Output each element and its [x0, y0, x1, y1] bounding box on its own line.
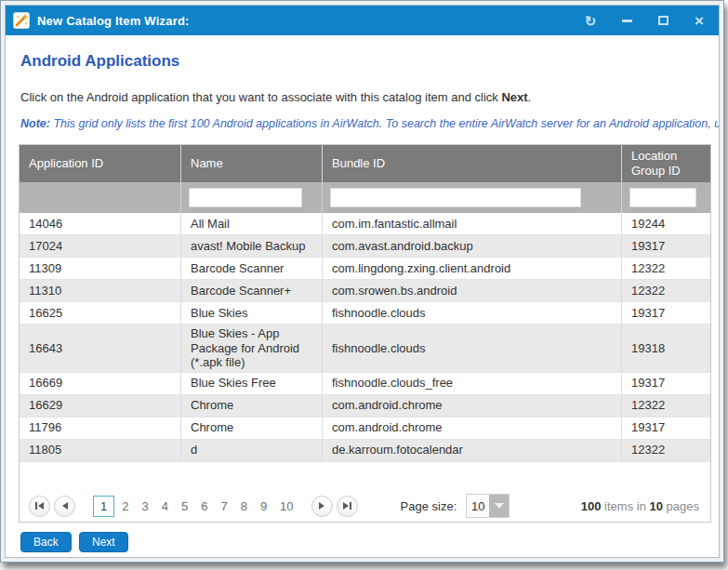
refresh-button[interactable]: ↻ [582, 12, 599, 29]
next-button[interactable]: Next [79, 532, 128, 552]
table-cell-application-id: 14046 [20, 213, 181, 234]
table-row[interactable]: 11310Barcode Scanner+com.srowen.bs.andro… [20, 280, 710, 302]
filter-input-name[interactable] [189, 188, 302, 207]
pager-prev-button[interactable] [54, 496, 75, 517]
pager-next-button[interactable] [311, 496, 333, 517]
wizard-window: New Catalog Item Wizard: ↻ × Android App… [0, 0, 724, 563]
column-header-name[interactable]: Name [181, 145, 323, 182]
table-cell-location-group-id: 19317 [622, 302, 708, 324]
filter-cell-name [181, 182, 323, 213]
table-cell-bundle-id: fishnoodle.clouds [323, 325, 622, 372]
back-button[interactable]: Back [20, 532, 72, 552]
titlebar-controls: ↻ × [582, 12, 708, 29]
table-cell-name: Chrome [181, 395, 323, 417]
table-cell-application-id: 11309 [20, 258, 181, 279]
items-count: 100 [581, 499, 602, 513]
close-button[interactable]: × [691, 12, 708, 29]
screen: New Catalog Item Wizard: ↻ × Android App… [0, 0, 728, 570]
table-cell-bundle-id: com.android.chrome [323, 395, 622, 417]
minimize-button[interactable] [618, 12, 635, 29]
table-cell-name: d [181, 440, 323, 461]
grid-body: 14046All Mailcom.im.fantastic.allmail192… [20, 213, 710, 462]
table-row[interactable]: 16625Blue Skiesfishnoodle.clouds19317 [20, 302, 710, 325]
table-cell-application-id: 11796 [20, 418, 181, 439]
note-label: Note: [20, 117, 50, 130]
filter-input-location-group-id[interactable] [629, 188, 696, 207]
refresh-icon: ↻ [585, 14, 597, 28]
table-cell-bundle-id: com.im.fantastic.allmail [323, 213, 622, 234]
table-cell-bundle-id: fishnoodle.clouds_free [323, 373, 622, 394]
pager-page-3[interactable]: 3 [136, 497, 153, 516]
table-cell-name: All Mail [181, 213, 323, 234]
maximize-icon [658, 16, 668, 25]
table-cell-bundle-id: com.avast.android.backup [323, 235, 622, 257]
pager-page-numbers: 12345678910 [92, 496, 300, 517]
filter-input-bundle-id[interactable] [330, 188, 581, 207]
filter-cell-location-group-id [622, 182, 708, 213]
table-row[interactable]: 11796Chromecom.android.chrome19317 [20, 418, 710, 440]
table-cell-location-group-id: 19244 [622, 213, 708, 234]
table-cell-name: avast! Mobile Backup [181, 235, 323, 257]
instruction-text: Click on the Android application that yo… [20, 90, 531, 104]
grid-header-row: Application IDNameBundle IDLocation Grou… [20, 145, 710, 182]
page-size-dropdown-button[interactable] [489, 495, 509, 517]
pager-page-2[interactable]: 2 [116, 497, 134, 516]
next-page-icon [319, 502, 324, 510]
table-cell-location-group-id: 12322 [622, 258, 708, 279]
first-page-icon [35, 502, 37, 510]
chevron-down-icon [495, 503, 504, 509]
table-row[interactable]: 16629Chromecom.android.chrome12322 [20, 395, 710, 418]
table-cell-bundle-id: com.srowen.bs.android [323, 280, 622, 301]
applications-grid: Application IDNameBundle IDLocation Grou… [19, 144, 711, 523]
page-size-dropdown[interactable]: 10 [466, 494, 510, 518]
table-cell-name: Barcode Scanner+ [181, 280, 323, 301]
pager-first-button[interactable] [29, 496, 50, 517]
table-cell-application-id: 16643 [20, 325, 181, 372]
table-cell-application-id: 11805 [20, 440, 181, 461]
instruction-next-bold: Next [501, 90, 527, 104]
items-summary: 100 items in 10 pages [581, 499, 701, 513]
last-page-icon [350, 502, 351, 510]
pager-page-9[interactable]: 9 [255, 497, 272, 516]
table-cell-name: Blue Skies - App Package for Android (*.… [181, 325, 323, 372]
pager-last-button[interactable] [337, 496, 358, 517]
pager-page-6[interactable]: 6 [195, 497, 213, 516]
column-header-bundle-id[interactable]: Bundle ID [323, 145, 622, 182]
note-body: This grid only lists the first 100 Andro… [50, 117, 719, 130]
pager-page-7[interactable]: 7 [215, 497, 232, 516]
column-header-application-id[interactable]: Application ID [20, 145, 181, 182]
table-row[interactable]: 11309Barcode Scannercom.lingdong.zxing.c… [20, 258, 710, 280]
table-cell-location-group-id: 19317 [622, 418, 708, 439]
wizard-app-icon [13, 12, 30, 29]
column-header-location-group-id[interactable]: Location Group ID [622, 145, 708, 182]
table-row[interactable]: 11805dde.karroum.fotocalendar12322 [20, 440, 710, 462]
table-cell-location-group-id: 12322 [622, 280, 708, 301]
table-cell-bundle-id: com.lingdong.zxing.client.android [323, 258, 622, 279]
window-inner: New Catalog Item Wizard: ↻ × Android App… [5, 5, 720, 558]
table-cell-location-group-id: 12322 [622, 440, 708, 461]
instruction-prefix: Click on the Android application that yo… [20, 90, 501, 104]
table-row[interactable]: 16669Blue Skies Freefishnoodle.clouds_fr… [20, 373, 710, 395]
maximize-button[interactable] [655, 12, 671, 29]
table-cell-name: Chrome [181, 418, 323, 439]
table-cell-location-group-id: 19317 [622, 373, 708, 394]
table-row[interactable]: 14046All Mailcom.im.fantastic.allmail192… [20, 213, 710, 235]
pager-page-8[interactable]: 8 [235, 497, 253, 516]
pages-count: 10 [649, 499, 662, 513]
table-cell-location-group-id: 19317 [622, 235, 708, 257]
note-text: Note: This grid only lists the first 100… [20, 117, 719, 130]
pager-page-5[interactable]: 5 [176, 497, 193, 516]
pager-page-10[interactable]: 10 [274, 497, 298, 516]
grid-pager: 12345678910 Page size: 10 100 items in 1… [20, 490, 710, 522]
prev-page-icon [62, 502, 68, 510]
table-cell-application-id: 17024 [20, 235, 181, 257]
pager-page-1[interactable]: 1 [93, 496, 114, 517]
table-cell-application-id: 11310 [20, 280, 181, 301]
table-row[interactable]: 16643Blue Skies - App Package for Androi… [20, 325, 710, 373]
table-cell-application-id: 16629 [20, 395, 181, 417]
page-title: Android Applications [20, 52, 179, 71]
pager-page-4[interactable]: 4 [156, 497, 174, 516]
table-cell-application-id: 16669 [20, 373, 181, 394]
table-row[interactable]: 17024avast! Mobile Backupcom.avast.andro… [20, 235, 710, 258]
page-size-value: 10 [467, 495, 489, 517]
